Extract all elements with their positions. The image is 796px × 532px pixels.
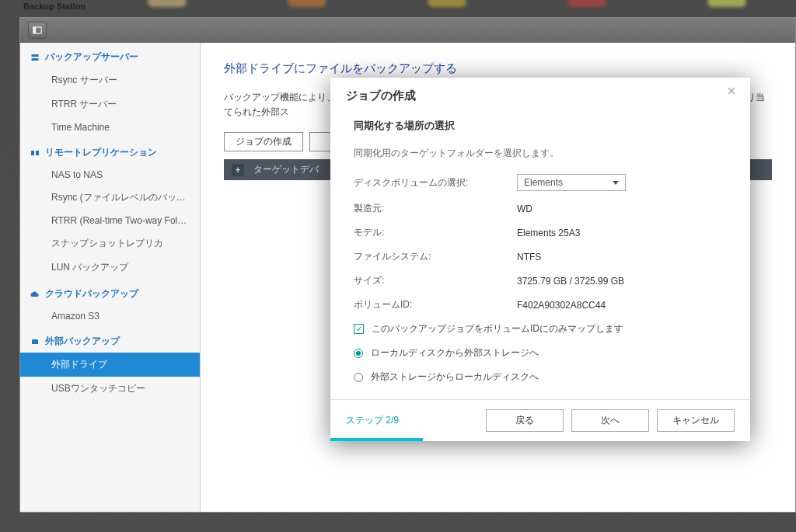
- next-button[interactable]: 次へ: [571, 409, 649, 432]
- direction-local-to-external-label: ローカルディスクから外部ストレージへ: [371, 346, 539, 360]
- map-volume-id-checkbox[interactable]: ✓: [354, 324, 364, 334]
- step-indicator: ステップ 2/9: [346, 414, 399, 427]
- page-title: 外部ドライブにファイルをバックアップする: [224, 61, 772, 76]
- size-label: サイズ:: [354, 274, 517, 287]
- close-icon: [727, 86, 736, 96]
- replicate-icon: [30, 148, 40, 158]
- direction-local-to-external-radio[interactable]: [354, 349, 363, 358]
- model-label: モデル:: [354, 226, 517, 239]
- sidebar-group-cloud-backup[interactable]: クラウドバックアップ: [20, 280, 200, 305]
- create-job-dialog: ジョブの作成 同期化する場所の選択 同期化用のターゲットフォルダーを選択します。…: [330, 78, 750, 441]
- cancel-button[interactable]: キャンセル: [657, 409, 735, 432]
- sidebar-group-label: リモートレプリケーション: [45, 146, 157, 159]
- cloud-icon: [30, 290, 40, 299]
- disk-volume-label: ディスクボリュームの選択:: [354, 176, 517, 190]
- sidebar-item-rtrr-server[interactable]: RTRR サーバー: [20, 92, 200, 116]
- sidebar-group-label: 外部バックアップ: [45, 335, 120, 348]
- filesystem-value: NTFS: [517, 252, 541, 263]
- sidebar-item-rsync-server[interactable]: Rsync サーバー: [20, 68, 200, 92]
- svg-rect-5: [36, 151, 39, 155]
- sidebar-item-lun-backup[interactable]: LUN バックアップ: [20, 256, 200, 280]
- volume-id-label: ボリュームID:: [354, 298, 517, 311]
- sidebar-item-snapshot-replica[interactable]: スナップショットレプリカ: [20, 231, 200, 256]
- sidebar-item-external-drive[interactable]: 外部ドライブ: [20, 353, 200, 377]
- disk-volume-select[interactable]: Elements: [517, 174, 626, 191]
- sidebar-group-external-backup[interactable]: 外部バックアップ: [20, 327, 200, 353]
- svg-rect-1: [33, 26, 37, 33]
- window-title: Backup Station: [23, 2, 86, 11]
- dialog-title: ジョブの作成: [330, 78, 750, 108]
- chevron-down-icon: [613, 181, 619, 185]
- create-job-button[interactable]: ジョブの作成: [224, 132, 303, 151]
- filesystem-label: ファイルシステム:: [354, 250, 517, 263]
- select-value: Elements: [524, 177, 563, 188]
- dialog-hint: 同期化用のターゲットフォルダーを選択します。: [354, 147, 727, 160]
- toolbar: [20, 18, 795, 43]
- sidebar-item-amazon-s3[interactable]: Amazon S3: [20, 305, 200, 327]
- sidebar-group-label: クラウドバックアップ: [45, 287, 138, 301]
- sidebar: バックアップサーバー Rsync サーバー RTRR サーバー Time Mac…: [20, 43, 201, 512]
- size-value: 3725.79 GB / 3725.99 GB: [517, 276, 624, 287]
- map-volume-id-label: このバックアップジョブをボリュームIDにのみマップします: [372, 322, 623, 336]
- direction-external-to-local-label: 外部ストレージからローカルディスクへ: [371, 370, 539, 384]
- server-icon: [30, 53, 40, 62]
- volume-id-value: F402A90302A8CC44: [517, 300, 606, 311]
- sidebar-item-time-machine[interactable]: Time Machine: [20, 116, 200, 138]
- toolbar-panel-button[interactable]: [28, 22, 47, 39]
- model-value: Elements 25A3: [517, 228, 580, 238]
- sidebar-item-nas-to-nas[interactable]: NAS to NAS: [20, 164, 200, 186]
- wizard-progress-bar: [330, 438, 423, 441]
- table-col-target-device: ターゲットデバ: [253, 163, 319, 176]
- sidebar-group-backup-server[interactable]: バックアップサーバー: [20, 43, 200, 68]
- direction-external-to-local-radio[interactable]: [354, 373, 363, 382]
- sidebar-item-rsync-file[interactable]: Rsync (ファイルレベルのバック...: [20, 186, 200, 210]
- dialog-section-title: 同期化する場所の選択: [354, 119, 727, 133]
- secondary-button[interactable]: [309, 132, 333, 151]
- manufacturer-label: 製造元:: [354, 202, 517, 215]
- sidebar-group-label: バックアップサーバー: [45, 50, 138, 64]
- sidebar-item-usb-one-touch[interactable]: USBワンタッチコピー: [20, 377, 200, 401]
- expand-icon[interactable]: +: [232, 164, 244, 176]
- close-button[interactable]: [727, 85, 739, 98]
- sidebar-item-rtrr-realtime[interactable]: RTRR (Real-time Two-way Folde...: [20, 210, 200, 231]
- manufacturer-value: WD: [517, 203, 532, 214]
- svg-rect-4: [31, 151, 34, 155]
- svg-rect-6: [32, 339, 38, 344]
- background-app-icons: [0, 0, 796, 16]
- external-icon: [30, 337, 40, 346]
- back-button[interactable]: 戻る: [486, 409, 564, 432]
- svg-rect-3: [32, 58, 39, 61]
- svg-rect-2: [32, 54, 39, 57]
- sidebar-group-remote-replication[interactable]: リモートレプリケーション: [20, 138, 200, 164]
- panel-icon: [32, 25, 43, 36]
